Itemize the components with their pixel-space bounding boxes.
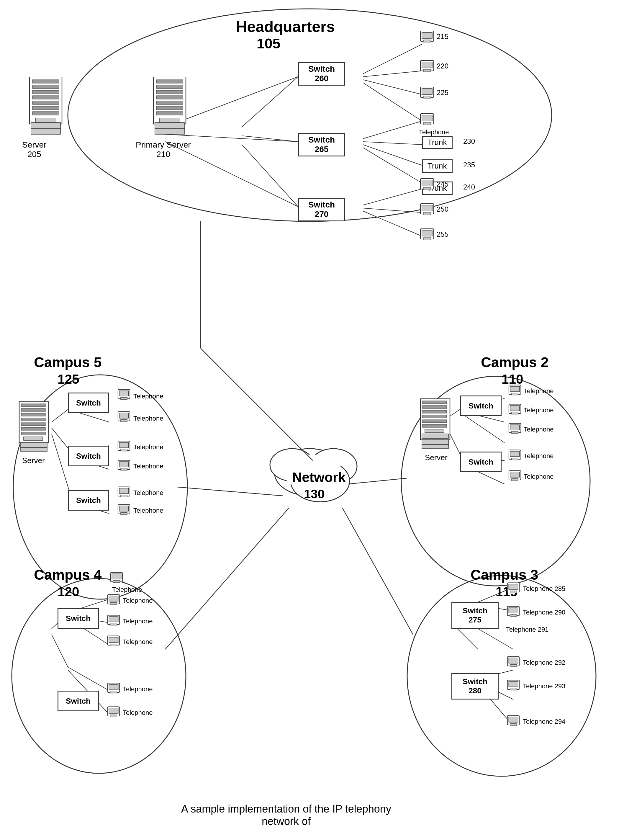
svg-rect-74 bbox=[31, 122, 60, 128]
campus2-switch2: Switch bbox=[460, 452, 501, 472]
svg-rect-159 bbox=[512, 458, 519, 460]
svg-rect-66 bbox=[32, 80, 59, 83]
svg-rect-100 bbox=[422, 180, 432, 186]
campus2-server-icon bbox=[419, 398, 451, 448]
campus5-switch3: Switch bbox=[68, 490, 109, 510]
svg-rect-179 bbox=[109, 708, 118, 713]
svg-rect-147 bbox=[422, 445, 449, 448]
svg-rect-76 bbox=[153, 77, 186, 124]
phone-250-icon bbox=[419, 202, 435, 217]
svg-rect-195 bbox=[510, 724, 517, 726]
svg-line-24 bbox=[363, 80, 422, 94]
switch-270: Switch 270 bbox=[298, 198, 345, 221]
svg-rect-176 bbox=[109, 684, 118, 690]
svg-rect-177 bbox=[110, 691, 117, 693]
phone-unnum-label: Telephone bbox=[419, 128, 449, 136]
campus4-phone2-icon bbox=[106, 614, 121, 627]
svg-rect-142 bbox=[423, 420, 447, 422]
campus5-phone1-icon bbox=[117, 388, 131, 401]
campus2-phone2-label: Telephone bbox=[524, 406, 554, 414]
campus5-server-icon bbox=[18, 401, 50, 452]
phone-220-label: 220 bbox=[437, 62, 449, 70]
svg-line-46 bbox=[463, 415, 504, 443]
svg-line-50 bbox=[52, 635, 68, 667]
campus4-switch1: Switch bbox=[58, 608, 99, 629]
campus4-phone4-label: Telephone bbox=[123, 685, 153, 693]
svg-rect-123 bbox=[119, 413, 129, 418]
svg-rect-116 bbox=[24, 437, 43, 440]
server-205-label: Server 205 bbox=[22, 140, 46, 159]
svg-point-0 bbox=[68, 9, 552, 221]
svg-rect-111 bbox=[21, 413, 45, 416]
campus3-phone285-icon bbox=[506, 582, 521, 595]
campus2-phone1-icon bbox=[507, 384, 522, 397]
campus3-switch275: Switch 275 bbox=[451, 602, 499, 629]
svg-rect-84 bbox=[159, 118, 180, 122]
svg-rect-155 bbox=[510, 425, 520, 430]
phone-225-icon bbox=[419, 86, 435, 100]
campus5-phone5-icon bbox=[117, 486, 131, 499]
svg-rect-192 bbox=[510, 688, 517, 691]
svg-rect-137 bbox=[420, 398, 450, 440]
svg-rect-72 bbox=[32, 112, 59, 115]
svg-rect-109 bbox=[21, 404, 45, 407]
svg-line-27 bbox=[363, 142, 422, 145]
svg-rect-108 bbox=[19, 401, 49, 443]
campus5-phone6-icon bbox=[117, 503, 131, 517]
campus3-phone292-label: Telephone 292 bbox=[523, 659, 565, 666]
svg-rect-70 bbox=[32, 101, 59, 104]
phone-255-label: 255 bbox=[437, 230, 449, 239]
svg-rect-126 bbox=[119, 442, 129, 448]
svg-rect-153 bbox=[512, 412, 519, 414]
phone-unnum-icon bbox=[419, 112, 435, 127]
campus5-phone6-label: Telephone bbox=[133, 507, 164, 515]
svg-line-29 bbox=[363, 148, 422, 183]
campus3-phone293-label: Telephone 293 bbox=[523, 682, 565, 690]
campus2-phone4-label: Telephone bbox=[524, 452, 554, 460]
trunk-240-label: 240 bbox=[463, 183, 475, 191]
svg-rect-165 bbox=[113, 580, 120, 583]
campus3-phone285-label: Telephone 285 bbox=[523, 585, 565, 593]
trunk-230: Trunk bbox=[422, 136, 452, 149]
svg-line-13 bbox=[348, 478, 407, 484]
svg-rect-104 bbox=[423, 213, 431, 215]
campus5-switch2: Switch bbox=[68, 446, 109, 466]
svg-rect-194 bbox=[509, 717, 518, 722]
campus4-phone2-label: Telephone bbox=[123, 617, 153, 625]
campus2-phone5-icon bbox=[507, 469, 522, 483]
campus2-phone3-label: Telephone bbox=[524, 426, 554, 433]
svg-rect-98 bbox=[423, 122, 431, 125]
svg-rect-73 bbox=[36, 118, 56, 122]
campus4-phone-top-icon bbox=[109, 571, 124, 584]
svg-rect-168 bbox=[110, 603, 117, 605]
svg-rect-79 bbox=[156, 90, 183, 94]
svg-rect-88 bbox=[422, 32, 432, 38]
phone-245-icon bbox=[419, 177, 435, 192]
svg-rect-71 bbox=[32, 106, 59, 110]
svg-rect-117 bbox=[21, 443, 47, 447]
campus5-phone3-label: Telephone bbox=[133, 443, 164, 451]
campus3-label: Campus 3 bbox=[470, 567, 538, 583]
svg-rect-150 bbox=[512, 393, 519, 395]
svg-rect-141 bbox=[423, 415, 447, 418]
campus4-phone1-label: Telephone bbox=[123, 597, 153, 604]
campus3-phone290-icon bbox=[506, 605, 521, 618]
svg-point-4 bbox=[407, 575, 596, 776]
campus2-phone1-label: Telephone bbox=[524, 387, 554, 395]
svg-rect-115 bbox=[21, 432, 45, 435]
primary-server-210-label: Primary Server 210 bbox=[136, 140, 191, 159]
svg-point-3 bbox=[12, 578, 186, 773]
switch-260: Switch 260 bbox=[298, 62, 345, 86]
svg-rect-138 bbox=[423, 401, 447, 404]
campus2-label: Campus 2 bbox=[481, 354, 548, 370]
campus5-label: Campus 5 bbox=[34, 354, 102, 370]
diagram: Headquarters 105 Server 205 Primary Serv… bbox=[0, 0, 642, 840]
campus4-label: Campus 4 bbox=[34, 567, 102, 583]
svg-rect-127 bbox=[121, 449, 128, 451]
campus5-switch1: Switch bbox=[68, 393, 109, 413]
svg-rect-124 bbox=[121, 420, 128, 422]
svg-rect-107 bbox=[423, 237, 431, 240]
trunk-230-label: 230 bbox=[463, 137, 475, 146]
svg-rect-97 bbox=[422, 115, 432, 121]
svg-rect-83 bbox=[156, 112, 183, 115]
